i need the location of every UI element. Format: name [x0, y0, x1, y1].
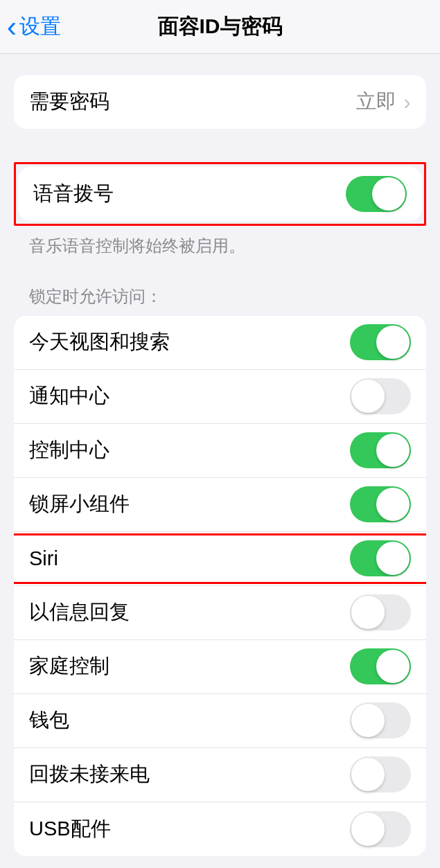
lock-access-item-label: 今天视图和搜索 — [29, 328, 170, 356]
lock-access-row: 钱包 — [14, 694, 426, 748]
lock-access-row: USB配件 — [14, 802, 426, 856]
lock-access-row: 回拨未接来电 — [14, 748, 426, 802]
nav-header: ‹ 设置 面容ID与密码 — [0, 0, 440, 54]
lock-access-row: 家庭控制 — [14, 640, 426, 694]
lock-access-row: 控制中心 — [14, 424, 426, 478]
lock-access-item-label: 钱包 — [29, 707, 69, 734]
lock-access-toggle[interactable] — [350, 648, 411, 684]
page-title: 面容ID与密码 — [158, 12, 283, 41]
lock-access-toggle[interactable] — [350, 756, 411, 792]
lock-access-toggle[interactable] — [350, 486, 411, 522]
lock-access-toggle[interactable] — [350, 324, 411, 360]
lock-access-toggle[interactable] — [350, 432, 411, 468]
require-passcode-row[interactable]: 需要密码 立即 › — [14, 75, 426, 129]
lock-access-item-label: 控制中心 — [29, 436, 109, 464]
lock-access-item-label: Siri — [29, 547, 58, 570]
lock-access-item-label: 回拨未接来电 — [29, 761, 150, 788]
lock-access-toggle[interactable] — [350, 811, 411, 847]
lock-access-item-label: 家庭控制 — [29, 653, 109, 680]
lock-access-row: Siri — [14, 532, 426, 586]
lock-access-row: 以信息回复 — [14, 586, 426, 640]
lock-access-footer: iPhone 锁定超过一小时后，需先解锁iPhone才能允许USB 配件连接。 — [14, 856, 426, 868]
highlight-voice-dial: 语音拨号 — [14, 162, 426, 226]
require-passcode-label: 需要密码 — [29, 88, 109, 116]
chevron-right-icon: › — [403, 89, 411, 115]
back-label: 设置 — [19, 12, 61, 41]
lock-access-toggle[interactable] — [350, 702, 411, 738]
require-passcode-group: 需要密码 立即 › — [14, 75, 426, 129]
lock-access-row: 通知中心 — [14, 370, 426, 424]
lock-access-toggle[interactable] — [350, 378, 411, 414]
lock-access-item-label: 以信息回复 — [29, 599, 130, 626]
lock-access-row: 今天视图和搜索 — [14, 316, 426, 370]
lock-access-item-label: USB配件 — [29, 815, 111, 843]
lock-access-header: 锁定时允许访问： — [14, 285, 426, 316]
lock-access-item-label: 锁屏小组件 — [29, 490, 130, 518]
chevron-left-icon: ‹ — [7, 12, 17, 42]
lock-access-item-label: 通知中心 — [29, 382, 109, 410]
voice-dial-footer: 音乐语音控制将始终被启用。 — [14, 226, 426, 258]
back-button[interactable]: ‹ 设置 — [0, 12, 61, 42]
voice-dial-toggle[interactable] — [346, 176, 407, 212]
lock-access-toggle[interactable] — [350, 540, 411, 576]
voice-dial-row: 语音拨号 — [18, 167, 422, 221]
voice-dial-label: 语音拨号 — [33, 180, 114, 208]
lock-access-group: 今天视图和搜索通知中心控制中心锁屏小组件Siri以信息回复家庭控制钱包回拨未接来… — [14, 316, 426, 856]
lock-access-row: 锁屏小组件 — [14, 478, 426, 532]
voice-dial-group: 语音拨号 — [18, 167, 422, 221]
lock-access-toggle[interactable] — [350, 594, 411, 630]
require-passcode-value: 立即 — [356, 88, 396, 116]
